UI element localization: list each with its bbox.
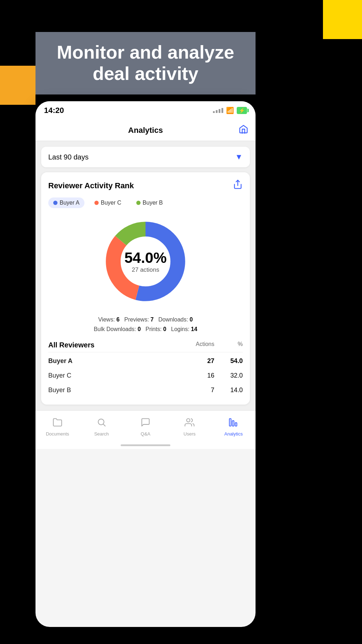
chevron-down-icon: ▼	[235, 152, 243, 162]
reviewer-activity-card: Reviewer Activity Rank Buyer A	[41, 172, 250, 405]
yellow-accent-block	[323, 0, 362, 39]
row-percent-buyer-a: 54.0	[214, 357, 243, 365]
svg-line-2	[103, 424, 105, 426]
documents-icon	[53, 417, 62, 430]
bottom-nav: Documents Search Q&A	[35, 410, 256, 442]
content-area: Last 90 days ▼ Reviewer Activity Rank	[35, 141, 256, 410]
share-icon[interactable]	[233, 179, 243, 192]
legend-dot-buyer-b	[136, 201, 141, 205]
qa-icon	[141, 417, 150, 430]
wifi-icon: 📶	[226, 107, 234, 114]
legend-dot-buyer-c	[94, 201, 99, 205]
row-name-buyer-a: Buyer A	[48, 357, 186, 365]
row-name-buyer-b: Buyer B	[48, 386, 186, 394]
status-time: 14:20	[44, 106, 64, 115]
legend-label-buyer-a: Buyer A	[60, 200, 79, 206]
date-filter-dropdown[interactable]: Last 90 days ▼	[41, 147, 250, 167]
orange-accent-block	[0, 66, 35, 105]
nav-label-documents: Documents	[46, 431, 69, 437]
home-bar	[121, 444, 170, 446]
row-actions-buyer-a: 27	[186, 357, 214, 365]
table-row: Buyer B 7 14.0	[48, 383, 243, 397]
nav-label-analytics: Analytics	[224, 431, 243, 437]
reviewers-table: All Reviewers Actions % Buyer A 27 54.0 …	[48, 341, 243, 397]
stats-row: Views: 6 Previews: 7 Downloads: 0 Bulk D…	[48, 315, 243, 334]
row-actions-buyer-c: 16	[186, 372, 214, 379]
legend-item-buyer-b[interactable]: Buyer B	[131, 197, 168, 208]
legend-dot-buyer-a	[53, 201, 57, 205]
donut-percent: 54.0%	[124, 249, 166, 266]
legend-item-buyer-a[interactable]: Buyer A	[48, 197, 84, 208]
table-col-actions: Actions	[186, 341, 214, 349]
search-icon	[97, 417, 106, 430]
table-header: All Reviewers Actions %	[48, 341, 243, 352]
status-icons: 📶 ⚡	[213, 107, 247, 114]
row-name-buyer-c: Buyer C	[48, 372, 186, 379]
donut-actions: 27 actions	[132, 266, 159, 273]
nav-label-users: Users	[183, 431, 196, 437]
bulk-downloads-value: 0	[138, 326, 141, 332]
hero-text: Monitor and analyze deal activity	[48, 42, 243, 85]
logins-value: 14	[191, 326, 197, 332]
row-actions-buyer-b: 7	[186, 386, 214, 394]
legend-label-buyer-c: Buyer C	[101, 200, 121, 206]
svg-point-1	[98, 419, 104, 425]
table-row: Buyer A 27 54.0	[48, 354, 243, 368]
status-bar: 14:20 📶 ⚡	[35, 101, 256, 120]
svg-point-3	[187, 418, 190, 422]
chart-legend: Buyer A Buyer C Buyer B	[48, 197, 243, 208]
page-title: Analytics	[128, 126, 163, 135]
card-header: Reviewer Activity Rank	[48, 179, 243, 192]
battery-icon: ⚡	[237, 107, 247, 114]
phone-frame: 14:20 📶 ⚡ Analytics Last 90	[35, 101, 256, 627]
nav-item-users[interactable]: Users	[168, 417, 212, 437]
home-icon[interactable]	[238, 124, 248, 136]
legend-item-buyer-c[interactable]: Buyer C	[89, 197, 126, 208]
nav-item-qa[interactable]: Q&A	[124, 417, 168, 437]
svg-rect-5	[232, 421, 234, 426]
nav-item-analytics[interactable]: Analytics	[212, 417, 256, 437]
table-col-percent: %	[214, 341, 243, 349]
row-percent-buyer-b: 14.0	[214, 386, 243, 394]
donut-chart-container: 54.0% 27 actions	[48, 215, 243, 308]
stats-line-1: Views: 6 Previews: 7 Downloads: 0	[48, 315, 243, 324]
nav-label-search: Search	[94, 431, 109, 437]
stats-line-2: Bulk Downloads: 0 Prints: 0 Logins: 14	[48, 324, 243, 334]
legend-label-buyer-b: Buyer B	[143, 200, 163, 206]
donut-chart: 54.0% 27 actions	[99, 215, 192, 308]
card-title: Reviewer Activity Rank	[48, 181, 134, 190]
downloads-value: 0	[190, 316, 193, 323]
nav-item-documents[interactable]: Documents	[35, 417, 79, 437]
signal-icon	[213, 108, 223, 113]
nav-item-search[interactable]: Search	[79, 417, 124, 437]
previews-value: 7	[150, 316, 154, 323]
hero-banner: Monitor and analyze deal activity	[35, 32, 256, 94]
svg-rect-4	[229, 418, 231, 426]
users-icon	[185, 417, 194, 430]
nav-header: Analytics	[35, 120, 256, 141]
table-title: All Reviewers	[48, 341, 186, 349]
table-row: Buyer C 16 32.0	[48, 368, 243, 383]
nav-label-qa: Q&A	[141, 431, 150, 437]
prints-value: 0	[163, 326, 166, 332]
views-value: 6	[116, 316, 120, 323]
date-filter-label: Last 90 days	[48, 153, 88, 161]
row-percent-buyer-c: 32.0	[214, 372, 243, 379]
svg-rect-6	[235, 423, 237, 426]
home-indicator	[35, 442, 256, 449]
donut-center-text: 54.0% 27 actions	[124, 249, 166, 274]
analytics-icon	[229, 417, 238, 430]
